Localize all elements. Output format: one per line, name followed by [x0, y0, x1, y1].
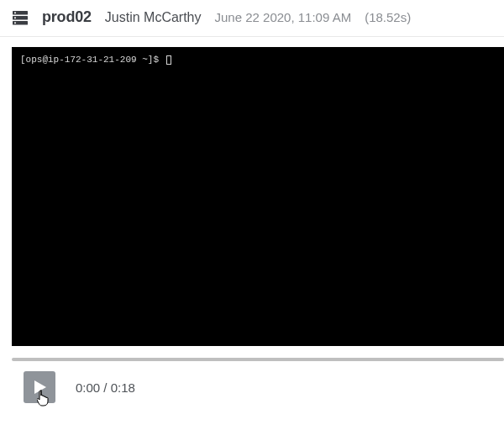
svg-point-3: [14, 12, 16, 13]
playback-controls: 0:00 / 0:18: [24, 371, 135, 403]
svg-marker-6: [34, 380, 46, 394]
playback-progress-track[interactable]: [12, 358, 504, 361]
session-duration: (18.52s): [365, 10, 411, 24]
session-datetime: June 22 2020, 11:09 AM: [215, 10, 352, 24]
svg-point-4: [14, 17, 16, 18]
terminal-cursor: [166, 55, 171, 65]
play-icon: [34, 380, 46, 394]
session-header: prod02 Justin McCarthy June 22 2020, 11:…: [0, 0, 504, 37]
user-name: Justin McCarthy: [105, 10, 202, 25]
terminal-viewport: [ops@ip-172-31-21-209 ~]$: [12, 47, 504, 346]
playback-current: 0:00: [76, 380, 100, 395]
play-button[interactable]: [24, 371, 55, 403]
svg-point-5: [14, 22, 16, 24]
playback-total: 0:18: [111, 380, 135, 395]
server-icon: [12, 9, 29, 26]
terminal-prompt: [ops@ip-172-31-21-209 ~]$: [20, 55, 159, 65]
hostname: prod02: [42, 8, 92, 26]
playback-time: 0:00 / 0:18: [76, 380, 135, 395]
